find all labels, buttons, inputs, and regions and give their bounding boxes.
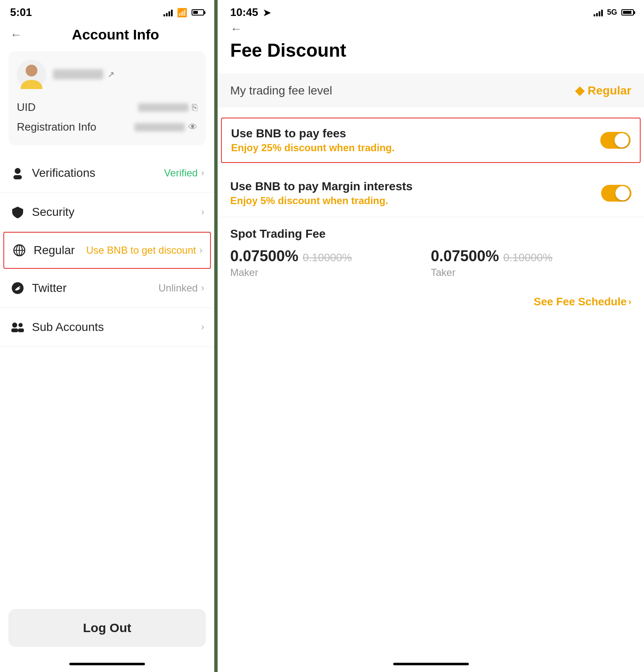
- fee-level-label: My trading fee level: [230, 84, 332, 97]
- eye-icon[interactable]: 👁: [188, 122, 197, 133]
- svg-rect-4: [13, 175, 22, 179]
- profile-card: ↗ UID ⎘ Registration Info 👁: [8, 51, 206, 145]
- right-home-indicator: [393, 663, 469, 665]
- edit-icon[interactable]: ↗: [108, 69, 115, 79]
- right-status-bar: 10:45 ➤ 5G: [218, 0, 644, 22]
- right-status-icons: 5G: [594, 8, 634, 17]
- menu-item-verifications[interactable]: Verifications Verified ›: [0, 154, 214, 193]
- right-nav-header: ←: [218, 22, 644, 40]
- security-chevron: ›: [201, 207, 204, 218]
- copy-icon[interactable]: ⎘: [192, 102, 197, 113]
- bnb-margin-title: Use BNB to pay Margin interests: [230, 180, 413, 193]
- menu-item-regular[interactable]: Regular Use BNB to get discount ›: [3, 232, 211, 269]
- security-icon: [10, 205, 25, 220]
- bnb-fees-toggle[interactable]: [600, 132, 631, 149]
- verifications-chevron: ›: [201, 168, 204, 178]
- right-time: 10:45 ➤: [230, 6, 271, 19]
- fee-discount-title-area: Fee Discount: [218, 40, 644, 74]
- twitter-chevron: ›: [201, 283, 204, 294]
- maker-fee-value: 0.07500%: [230, 247, 298, 265]
- maker-fee-item: 0.07500% 0.10000% Maker: [230, 247, 431, 278]
- twitter-label: Twitter: [32, 281, 158, 295]
- reg-actions: 👁: [134, 122, 197, 133]
- bnb-fees-title: Use BNB to pay fees: [231, 127, 394, 140]
- bnb-fees-text: Use BNB to pay fees Enjoy 25% discount w…: [231, 127, 394, 154]
- twitter-badge: Unlinked: [158, 282, 197, 294]
- uid-actions: ⎘: [138, 102, 197, 113]
- taker-fee-value: 0.07500%: [431, 247, 499, 265]
- wifi-icon: 📶: [177, 8, 187, 18]
- left-home-indicator: [69, 663, 145, 665]
- fee-level-value: ◆ Regular: [575, 84, 631, 97]
- username-area: ↗: [53, 69, 197, 79]
- uid-value: [138, 103, 189, 112]
- fee-level-row: My trading fee level ◆ Regular: [218, 74, 644, 108]
- spot-trading-section-title: Spot Trading Fee: [218, 217, 644, 247]
- maker-fee-label: Maker: [230, 267, 431, 278]
- menu-item-security[interactable]: Security ›: [0, 193, 214, 232]
- left-time: 5:01: [10, 6, 32, 19]
- svg-rect-13: [18, 328, 24, 332]
- right-back-arrow[interactable]: ←: [230, 22, 242, 36]
- uid-label: UID: [17, 101, 36, 114]
- right-battery-icon: [621, 9, 634, 16]
- taker-fee-original: 0.10000%: [503, 251, 552, 264]
- sub-accounts-icon: [10, 320, 25, 335]
- bnb-margin-toggle[interactable]: [601, 185, 631, 202]
- svg-point-12: [18, 323, 23, 327]
- bnb-margin-text: Use BNB to pay Margin interests Enjoy 5%…: [230, 180, 413, 207]
- left-status-icons: 📶: [163, 8, 204, 18]
- taker-fee-item: 0.07500% 0.10000% Taker: [431, 247, 632, 278]
- menu-item-sub-accounts[interactable]: Sub Accounts ›: [0, 308, 214, 347]
- left-status-bar: 5:01 📶: [0, 0, 214, 22]
- menu-item-twitter[interactable]: Twitter Unlinked ›: [0, 269, 214, 308]
- bnb-fees-row: Use BNB to pay fees Enjoy 25% discount w…: [221, 118, 641, 163]
- avatar: [17, 60, 46, 89]
- reg-value: [134, 123, 185, 131]
- battery-icon: [192, 9, 204, 16]
- reg-label: Registration Info: [17, 121, 96, 134]
- diamond-icon: ◆: [575, 84, 584, 97]
- sub-accounts-label: Sub Accounts: [32, 320, 201, 334]
- left-page-title: Account Info: [27, 26, 204, 43]
- security-label: Security: [32, 205, 201, 219]
- signal-icon: [163, 9, 173, 16]
- fee-schedule-label: See Fee Schedule: [534, 295, 627, 308]
- sub-accounts-chevron: ›: [201, 322, 204, 333]
- fee-schedule-link[interactable]: See Fee Schedule ›: [218, 289, 644, 315]
- svg-point-10: [12, 323, 17, 328]
- logout-button[interactable]: Log Out: [8, 609, 206, 647]
- uid-row: UID ⎘: [17, 97, 197, 117]
- left-nav-header: ← Account Info: [0, 22, 214, 51]
- left-panel: 5:01 📶 ← Account Info: [0, 0, 214, 672]
- bnb-margin-discount: 5% discount: [260, 195, 320, 206]
- logout-area: Log Out: [8, 609, 206, 647]
- fee-grid: 0.07500% 0.10000% Maker 0.07500% 0.10000…: [218, 247, 644, 289]
- twitter-icon: [10, 281, 25, 296]
- svg-point-1: [26, 65, 37, 76]
- right-signal-icon: [594, 9, 603, 16]
- bnb-fees-post: when trading.: [326, 142, 395, 153]
- left-back-arrow[interactable]: ←: [10, 28, 22, 42]
- regular-label: Regular: [34, 244, 86, 257]
- bnb-margin-post: when trading.: [320, 195, 388, 206]
- taker-fee-row: 0.07500% 0.10000%: [431, 247, 632, 265]
- fee-schedule-chevron: ›: [628, 297, 631, 307]
- regular-icon: [12, 243, 27, 258]
- bnb-margin-subtitle: Enjoy 5% discount when trading.: [230, 195, 413, 207]
- reg-row: Registration Info 👁: [17, 117, 197, 137]
- bnb-fees-pre: Enjoy: [231, 142, 261, 153]
- profile-top: ↗: [17, 60, 197, 89]
- fee-level-text: Regular: [588, 84, 631, 97]
- bnb-margin-row: Use BNB to pay Margin interests Enjoy 5%…: [218, 170, 644, 217]
- verifications-badge: Verified: [164, 167, 198, 179]
- verifications-label: Verifications: [32, 166, 164, 180]
- bnb-fees-discount: 25% discount: [261, 142, 326, 153]
- regular-badge: Use BNB to get discount: [86, 244, 196, 256]
- taker-fee-label: Taker: [431, 267, 632, 278]
- verifications-icon: [10, 165, 25, 181]
- maker-fee-row: 0.07500% 0.10000%: [230, 247, 431, 265]
- maker-fee-original: 0.10000%: [303, 251, 352, 264]
- fee-discount-title: Fee Discount: [230, 40, 631, 61]
- network-badge: 5G: [607, 8, 617, 17]
